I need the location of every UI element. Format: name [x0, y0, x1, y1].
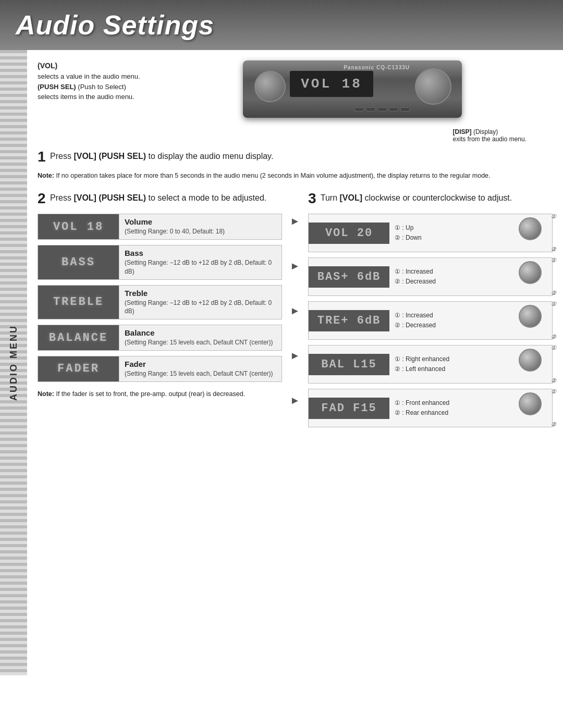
right-info-volume: ① : Up ② : Down — [389, 220, 516, 246]
step1-bold: [VOL] (PUSH SEL) — [74, 152, 146, 161]
step3-text-after: clockwise or counterclockwise to adjust. — [362, 193, 512, 202]
menu-label-volume: Volume — [125, 217, 276, 226]
menu-label-fader: Fader — [125, 360, 276, 368]
stereo-device: VOL 18 Panasonic CQ-C1333U — [243, 60, 462, 118]
sidebar: Audio menu — [0, 50, 27, 675]
push-sel-label: (PUSH SEL) — [38, 83, 76, 91]
vol-label: (VOL) — [38, 61, 57, 70]
knob-treble: ① ② — [519, 305, 550, 336]
menu-item-balance: BALANCE Balance (Setting Range: 15 level… — [38, 325, 282, 351]
arrow-2: ► — [290, 260, 300, 272]
right-info-1-volume: ① : Up — [395, 223, 510, 233]
step1-heading: 1 Press [VOL] (PUSH SEL) to display the … — [38, 146, 553, 167]
stereo-display: VOL 18 — [290, 71, 373, 97]
right-display-treble: TRE+ 6dB — [309, 310, 389, 331]
stereo-left-knob — [254, 71, 286, 102]
menu-desc-fader: (Setting Range: 15 levels each, Default … — [125, 369, 276, 378]
menu-display-text-balance: BALANCE — [49, 331, 108, 344]
right-knob-bass: ① ② — [516, 258, 552, 295]
menu-display-volume: VOL 18 — [38, 214, 119, 239]
right-item-fader: FAD F15 ① : Front enhanced ② : Rear enha… — [308, 389, 553, 427]
right-info-1-bass: ① : Increased — [395, 267, 510, 277]
disp-label: [DISP] (Display) exits from the audio me… — [453, 128, 527, 143]
vol-desc1: selects a value in the audio menu. — [38, 71, 152, 82]
knob-num-1-volume: ① — [551, 213, 556, 220]
menu-display-text-treble: TREBLE — [53, 295, 104, 309]
stereo-btn-5 — [400, 107, 410, 112]
main-content: Audio menu (VOL) selects a value in the … — [0, 50, 563, 675]
vol-description: (VOL) selects a value in the audio menu.… — [38, 60, 152, 102]
knob-circle-bass — [519, 261, 542, 284]
right-info-2-bass: ② : Decreased — [395, 277, 510, 287]
step1-text-after: to display the audio menu display. — [146, 152, 273, 161]
step3-text-before: Turn — [321, 193, 340, 202]
knob-num-1-bass: ① — [551, 257, 556, 264]
page-header: Audio Settings — [0, 0, 563, 50]
steps-2-3-wrapper: 2 Press [VOL] (PUSH SEL) to select a mod… — [38, 188, 553, 433]
step2-text-after: to select a mode to be adjusted. — [146, 193, 266, 202]
stereo-brand: Panasonic CQ-C1333U — [344, 65, 410, 70]
menu-info-fader: Fader (Setting Range: 15 levels each, De… — [119, 356, 282, 381]
menu-label-balance: Balance — [125, 328, 276, 337]
knob-num-2-volume: ② — [551, 246, 556, 253]
knob-volume: ① ② — [519, 217, 550, 249]
menu-item-fader: FADER Fader (Setting Range: 15 levels ea… — [38, 356, 282, 382]
menu-display-treble: TREBLE — [38, 286, 119, 319]
vol-desc2: selects items in the audio menu. — [38, 92, 152, 102]
menu-item-volume: VOL 18 Volume (Setting Range: 0 to 40, D… — [38, 214, 282, 240]
menu-display-balance: BALANCE — [38, 325, 119, 350]
right-display-text-bass: BAS+ 6dB — [317, 270, 381, 283]
knob-num-2-bass: ② — [551, 290, 556, 297]
menu-items-list: VOL 18 Volume (Setting Range: 0 to 40, D… — [38, 214, 282, 382]
arrow-column: ► ► ► ► ► — [287, 188, 303, 433]
menu-desc-volume: (Setting Range: 0 to 40, Default: 18) — [125, 227, 276, 236]
right-display-text-treble: TRE+ 6dB — [317, 314, 381, 327]
knob-num-2-balance: ② — [551, 377, 556, 384]
arrow-5: ► — [290, 394, 300, 406]
step1-note-label: Note: — [38, 172, 54, 179]
knob-circle-volume — [519, 217, 542, 240]
right-item-volume: VOL 20 ① : Up ② : Down ① ② — [308, 214, 553, 252]
menu-info-treble: Treble (Setting Range: −12 dB to +12 dB … — [119, 286, 282, 319]
step2-bold: [VOL] (PUSH SEL) — [74, 193, 146, 202]
knob-num-1-balance: ① — [551, 344, 556, 351]
right-display-text-volume: VOL 20 — [325, 227, 373, 240]
menu-label-bass: Bass — [125, 249, 276, 257]
menu-display-text-bass: BASS — [62, 256, 95, 269]
right-info-balance: ① : Right enhanced ② : Left enhanced — [389, 351, 516, 377]
push-sel-suffix: (Push to Select) — [78, 83, 126, 91]
menu-display-bass: BASS — [38, 245, 119, 279]
knob-num-2-treble: ② — [551, 334, 556, 340]
knob-balance: ① ② — [519, 349, 550, 380]
stereo-display-text: VOL 18 — [301, 76, 362, 92]
menu-display-text-volume: VOL 18 — [53, 220, 104, 233]
right-item-bass: BAS+ 6dB ① : Increased ② : Decreased ① ② — [308, 257, 553, 296]
menu-desc-treble: (Setting Range: −12 dB to +12 dB by 2 dB… — [125, 299, 276, 316]
right-info-2-volume: ② : Down — [395, 233, 510, 243]
disp-bold-label: [DISP] — [453, 128, 472, 135]
vol-section: (VOL) selects a value in the audio menu.… — [38, 60, 553, 118]
stereo-btn-1 — [354, 107, 364, 112]
menu-desc-bass: (Setting Range: −12 dB to +12 dB by 2 dB… — [125, 258, 276, 276]
right-display-balance: BAL L15 — [309, 354, 389, 375]
right-knob-treble: ① ② — [516, 302, 552, 339]
menu-label-treble: Treble — [125, 289, 276, 298]
right-info-bass: ① : Increased ② : Decreased — [389, 264, 516, 290]
knob-bass: ① ② — [519, 261, 550, 292]
bottom-note-label: Note: — [38, 390, 54, 398]
right-info-treble: ① : Increased ② : Decreased — [389, 307, 516, 334]
sidebar-label: Audio menu — [8, 325, 19, 401]
step1-number: 1 — [38, 149, 46, 165]
menu-desc-balance: (Setting Range: 15 levels each, Default … — [125, 338, 276, 347]
right-info-1-balance: ① : Right enhanced — [395, 354, 510, 364]
disp-suffix: (Display) — [473, 128, 498, 135]
knob-num-1-fader: ① — [551, 388, 556, 395]
menu-info-volume: Volume (Setting Range: 0 to 40, Default:… — [119, 214, 282, 239]
step3-column: 3 Turn [VOL] clockwise or counterclockwi… — [303, 188, 553, 433]
stereo-buttons — [354, 107, 410, 112]
right-display-text-balance: BAL L15 — [321, 358, 376, 371]
menu-display-text-fader: FADER — [57, 362, 100, 375]
right-display-fader: FAD F15 — [309, 398, 389, 419]
knob-fader: ① ② — [519, 392, 550, 424]
step3-heading: 3 Turn [VOL] clockwise or counterclockwi… — [308, 188, 553, 208]
